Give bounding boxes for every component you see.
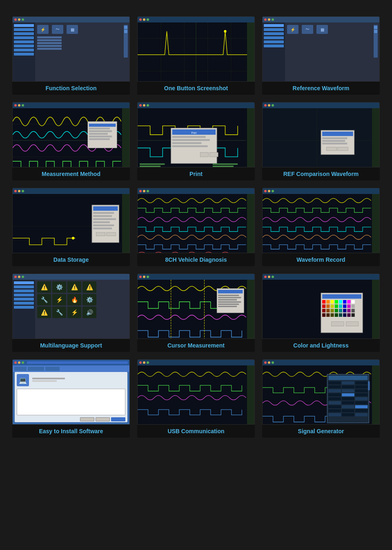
svg-rect-117	[355, 385, 368, 389]
card-usb[interactable]: USB Communication	[137, 359, 255, 438]
svg-rect-86	[339, 305, 342, 308]
svg-rect-16	[89, 133, 108, 135]
card-ref-comparison[interactable]: REF Comparison Waveform	[262, 102, 380, 180]
svg-rect-94	[339, 309, 342, 312]
svg-rect-84	[330, 305, 334, 308]
svg-rect-95	[343, 309, 346, 312]
card-signal-generator[interactable]: Signal Generator	[262, 359, 380, 438]
svg-rect-72	[321, 293, 363, 332]
card-image-ref	[262, 102, 380, 167]
svg-rect-51	[93, 206, 118, 211]
svg-rect-23	[172, 136, 206, 138]
card-8ch[interactable]: 8CH Vehicle Diagnosis	[137, 188, 255, 266]
card-function-selection[interactable]: ⚡ 〜 ▦ Function Selection	[12, 16, 130, 95]
card-label-8ch: 8CH Vehicle Diagnosis	[137, 253, 255, 266]
svg-rect-129	[355, 401, 368, 405]
svg-rect-130	[328, 405, 341, 408]
svg-rect-44	[322, 143, 347, 144]
svg-rect-92	[330, 309, 334, 312]
card-label-color: Color and Lightness	[262, 339, 380, 352]
card-waveform-record[interactable]: Waveform Record	[262, 188, 380, 266]
svg-rect-105	[352, 313, 355, 317]
svg-rect-76	[330, 300, 334, 304]
svg-rect-98	[322, 313, 325, 317]
svg-rect-57	[93, 227, 112, 229]
card-image-reference: ⚡ 〜 ▦	[262, 16, 380, 82]
card-label-function-selection: Function Selection	[12, 82, 130, 95]
svg-rect-93	[335, 309, 338, 312]
card-print[interactable]: Print	[137, 102, 255, 180]
svg-rect-78	[339, 300, 342, 304]
card-image-waveform-record	[262, 188, 380, 253]
card-image-print: Print	[137, 102, 255, 167]
card-label-multilanguage: Multilanguage Support	[12, 339, 130, 352]
svg-rect-116	[342, 385, 354, 389]
svg-rect-45	[326, 147, 337, 151]
card-cursor-measurement[interactable]: Cursor Measurement	[137, 274, 255, 352]
card-reference-waveform[interactable]: ⚡ 〜 ▦ Reference Waveform	[262, 16, 380, 95]
card-one-button-screenshot[interactable]: One Button Screenshot	[137, 16, 255, 95]
card-install[interactable]: 💻	[12, 359, 130, 438]
svg-rect-56	[93, 225, 114, 226]
svg-rect-96	[347, 309, 350, 312]
card-label-measurement: Measurement Method	[12, 167, 130, 180]
svg-rect-136	[328, 413, 341, 416]
card-label-install: Easy to Install Software	[12, 425, 130, 438]
svg-rect-30	[140, 166, 160, 167]
svg-rect-24	[172, 139, 210, 141]
svg-rect-124	[328, 397, 341, 401]
svg-rect-43	[322, 140, 345, 142]
svg-rect-125	[342, 397, 354, 401]
svg-rect-114	[355, 381, 368, 385]
svg-rect-27	[200, 152, 208, 157]
card-image-multilanguage: ⚠️ ⚙️ ⚠️ ⚠️ 🔧 ⚡ 🔥 ⚙️ ⚠️ 🔧 ⚡ 🔊	[12, 274, 130, 339]
svg-rect-90	[322, 309, 325, 312]
svg-rect-121	[328, 393, 341, 396]
card-multilanguage[interactable]: ⚠️ ⚙️ ⚠️ ⚠️ 🔧 ⚡ 🔥 ⚙️ ⚠️ 🔧 ⚡ 🔊 Multilangu…	[12, 274, 130, 352]
svg-rect-29	[140, 163, 165, 165]
svg-rect-83	[326, 305, 330, 308]
svg-rect-34	[213, 166, 234, 167]
card-image-8ch	[137, 188, 255, 253]
card-image-cursor	[137, 274, 255, 339]
svg-rect-85	[335, 305, 338, 308]
svg-rect-89	[352, 305, 355, 308]
svg-rect-87	[343, 305, 346, 308]
svg-rect-69	[218, 303, 239, 305]
svg-rect-118	[328, 389, 341, 392]
svg-rect-107	[346, 322, 359, 326]
svg-rect-138	[355, 413, 368, 416]
svg-rect-115	[328, 385, 341, 389]
svg-rect-103	[343, 313, 346, 317]
card-measurement-method[interactable]: Measurement Method	[12, 102, 130, 180]
card-label-print: Print	[137, 167, 255, 180]
svg-rect-108	[138, 365, 246, 424]
card-label-reference: Reference Waveform	[262, 82, 380, 95]
svg-rect-111	[328, 376, 368, 380]
svg-point-8	[224, 30, 226, 32]
svg-rect-106	[332, 322, 344, 326]
svg-rect-14	[89, 128, 110, 129]
svg-rect-64	[218, 290, 243, 294]
svg-rect-97	[352, 309, 355, 312]
svg-rect-41	[322, 131, 353, 136]
card-data-storage[interactable]: Data Storage	[12, 188, 130, 266]
svg-rect-113	[342, 381, 354, 385]
svg-rect-42	[322, 137, 347, 139]
card-image-signal	[262, 359, 380, 425]
svg-rect-99	[326, 313, 330, 317]
svg-rect-25	[172, 142, 202, 144]
card-label-screenshot: One Button Screenshot	[137, 82, 255, 95]
svg-rect-91	[326, 309, 330, 312]
svg-rect-58	[96, 232, 105, 236]
card-color-lightness[interactable]: Color and Lightness	[262, 274, 380, 352]
card-label-cursor: Cursor Measurement	[137, 339, 255, 352]
svg-rect-102	[339, 313, 342, 317]
svg-point-49	[72, 237, 74, 239]
svg-rect-100	[330, 313, 334, 317]
card-label-signal: Signal Generator	[262, 425, 380, 438]
svg-rect-17	[89, 136, 112, 137]
svg-rect-67	[218, 299, 237, 301]
svg-rect-120	[355, 389, 368, 392]
svg-rect-28	[210, 152, 218, 157]
